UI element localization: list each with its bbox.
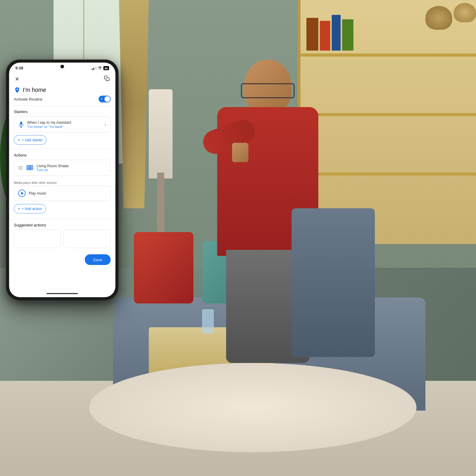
basket-1 xyxy=(425,6,452,30)
suggested-section: Suggested actions xyxy=(9,220,115,251)
suggested-card-1[interactable] xyxy=(14,230,61,248)
play-music-text: Play music xyxy=(29,191,47,195)
add-starter-button[interactable]: + + Add starter xyxy=(14,135,46,145)
app-scroll-content[interactable]: ✕ I'm home Activate Routine ✓ xyxy=(9,72,115,290)
mic-icon xyxy=(18,121,24,128)
book-2 xyxy=(320,21,330,51)
add-starter-plus: + xyxy=(18,137,20,142)
activate-routine-row: Activate Routine ✓ xyxy=(14,95,111,103)
basket-2 xyxy=(454,3,476,22)
svg-rect-8 xyxy=(29,165,30,170)
phone-screen: 5:16 96 ✕ xyxy=(9,63,115,297)
save-bar: Save xyxy=(9,251,115,270)
add-action-label: + Add action xyxy=(22,207,42,211)
drag-handle[interactable] xyxy=(18,166,23,170)
phone-body: 5:16 96 ✕ xyxy=(6,60,118,300)
drag-line-3 xyxy=(18,169,23,169)
play-circle-icon xyxy=(18,190,26,197)
shelf-1 xyxy=(300,54,476,57)
home-bar xyxy=(46,293,78,294)
starter-texts: When I say to my Assistant "I'm home" or… xyxy=(27,120,71,129)
starter-card[interactable]: When I say to my Assistant "I'm home" or… xyxy=(14,117,111,133)
book-4 xyxy=(342,19,353,51)
action-sub-text: Turn on xyxy=(37,168,69,172)
svg-rect-1 xyxy=(20,121,22,125)
hand-cup xyxy=(232,143,248,162)
signal-bar-1 xyxy=(92,68,93,70)
phone: 5:16 96 ✕ xyxy=(6,60,118,300)
starter-main-text: When I say to my Assistant xyxy=(27,120,71,125)
copy-button[interactable] xyxy=(103,74,111,84)
status-icons: 96 xyxy=(92,66,109,70)
signal-indicator xyxy=(92,66,96,70)
suggested-card-2[interactable] xyxy=(64,230,111,248)
blinds-icon xyxy=(26,165,34,170)
starter-card-left: When I say to my Assistant "I'm home" or… xyxy=(18,120,71,129)
save-button[interactable]: Save xyxy=(85,254,111,265)
add-action-row: + + Add action xyxy=(9,203,115,218)
activate-toggle[interactable]: ✓ xyxy=(99,95,111,102)
divider-1 xyxy=(9,106,115,106)
suggested-cards-row xyxy=(14,230,111,250)
add-starter-label: + Add starter xyxy=(22,138,43,142)
divider-3 xyxy=(9,219,115,219)
lamp-shade xyxy=(149,89,173,178)
starters-section: Starters When I say to my Assistant xyxy=(9,107,115,148)
activate-label: Activate Routine xyxy=(14,97,42,101)
battery-indicator: 96 xyxy=(103,66,109,70)
person xyxy=(173,60,381,387)
drag-line-2 xyxy=(18,167,23,168)
app-top-bar: ✕ xyxy=(9,72,115,84)
action-texts: Living Room Shade Turn on xyxy=(37,164,69,172)
svg-marker-9 xyxy=(21,192,24,195)
divider-2 xyxy=(9,149,115,149)
starters-title: Starters xyxy=(14,109,111,114)
wifi-icon xyxy=(98,66,102,70)
book-1 xyxy=(306,18,318,51)
svg-rect-0 xyxy=(106,78,109,81)
actions-section: Actions xyxy=(9,150,115,180)
glasses xyxy=(241,83,295,98)
add-action-button[interactable]: + + Add action xyxy=(14,204,46,214)
lamp-pole xyxy=(157,173,164,232)
home-indicator xyxy=(9,290,115,297)
close-button[interactable]: ✕ xyxy=(14,75,20,83)
signal-bar-2 xyxy=(93,68,94,70)
play-music-card[interactable]: Play music xyxy=(14,186,111,201)
chevron-right-icon: › xyxy=(105,122,106,127)
routine-title-row: I'm home xyxy=(14,87,111,94)
toggle-checkmark: ✓ xyxy=(100,97,103,101)
toggle-knob xyxy=(104,96,110,102)
signal-bar-4 xyxy=(96,66,97,70)
media-label: Media plays after other actions xyxy=(9,180,115,186)
location-icon xyxy=(14,87,21,94)
status-time: 5:16 xyxy=(15,66,23,70)
chair-arm-visible xyxy=(292,208,375,357)
suggested-title: Suggested actions xyxy=(14,223,111,227)
add-action-plus: + xyxy=(18,206,20,211)
actions-title: Actions xyxy=(14,153,111,157)
routine-title: I'm home xyxy=(23,87,46,94)
starter-sub-text: "I'm home" or "I'm back" xyxy=(27,125,71,129)
routine-header: I'm home Activate Routine ✓ xyxy=(9,84,115,104)
action-card-shade[interactable]: Living Room Shade Turn on xyxy=(14,160,111,176)
action-main-text: Living Room Shade xyxy=(37,164,69,168)
book-3 xyxy=(332,15,341,51)
curtain xyxy=(119,0,149,208)
drag-line-1 xyxy=(18,166,23,167)
signal-bar-3 xyxy=(94,67,95,70)
camera-notch xyxy=(60,65,64,68)
